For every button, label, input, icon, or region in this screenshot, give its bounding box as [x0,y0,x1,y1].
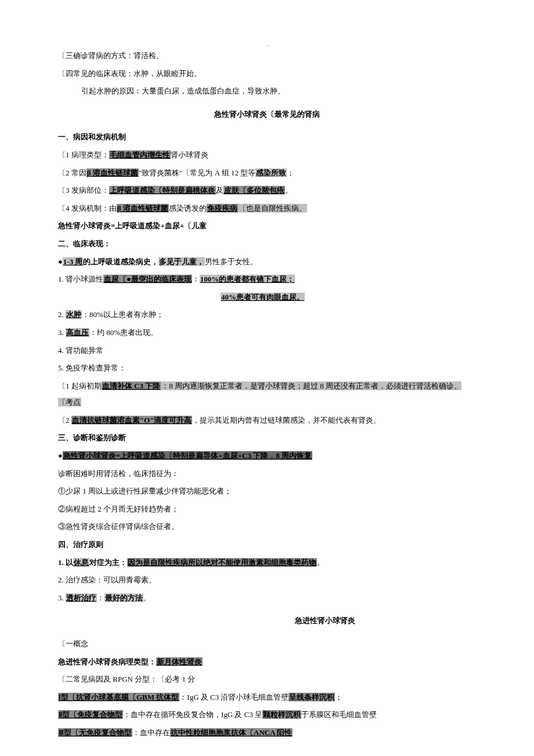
hl-gross-hematuria: 40%患者可有肉眼血尿。 [221,293,305,301]
para-edema-cause: 引起水肿的原因：大量蛋白尿，造成低蛋白血症，导致水肿。 [58,82,476,100]
s2-item-aso: 〔2 血清抗链球菌溶血素"O"滴度可升高，提示其近期内曾有过链球菌感染，并不能代… [58,412,476,430]
s3-ind-2: ②病程超过 2 个月而无好转趋势者； [58,501,476,519]
s3-ind-3: ③急性肾炎综合征伴肾病综合征者。 [58,518,476,536]
text: 〔2 常因 [58,168,86,177]
rpgn-type-1: Ⅰ型〔抗肾小球基底膜〔GBM 抗体型：IgG 及 C3 沿肾小球毛细血管壁呈线条… [58,689,476,707]
hl-resp-inf: 上呼吸道感染〔特别是扁桃体炎 [109,186,216,195]
text: ：血中存在循环免疫复合物，IgG 及 C3 呈 [123,710,262,719]
s4-item-rest: 1. 以休息对症为主：因为是自限性疾病所以绝对不能使用激素和细胞毒类药物。 [58,554,476,572]
hl-infection: 感染所致 [255,168,287,177]
s3-equation: ●急性肾小球肾炎=上呼吸道感染〔特别是扁导体+血尿+C3 下降，8 周内恢复 [58,447,476,465]
text: 。 [317,558,324,567]
section-2-head: 二、临床表现： [58,235,476,253]
text: ：约 80%患者出现。 [89,328,158,337]
heading-rpgn: 急进性肾小球肾炎 [58,613,476,629]
bullet: ● [58,257,63,266]
text: 肾小球肾炎 [171,150,208,159]
text: 3. [58,593,66,602]
text: 3. [58,328,66,337]
s2-item-gross: 40%患者可有肉眼血尿。 [58,289,476,307]
para-clinical: 〔四常见的临床表现：水肿，从眼睑开始。 [58,65,476,83]
text: ：80%以上患者有水肿； [82,310,164,319]
text: 。 [285,186,293,195]
text: 〔2 [58,416,71,424]
text: ； [287,168,294,177]
hl-strep: β 溶血性链球菌 [86,168,139,177]
bullet: ● [58,451,63,460]
text: ，提示其近期内曾有过链球菌感染，并不能代表有肾炎。 [192,416,381,424]
text: ：IgG 及 C3 沿肾小球毛细血管壁 [179,693,288,701]
text: 1. 以 [58,558,73,567]
text: 1. 肾小球源性 [58,275,103,283]
hl-children: 多见于儿童， [158,257,205,266]
s2-item-history: ●1-3 周的上呼吸道感染病史，多见于儿童，男性多于女性。 [58,253,476,271]
hl-hematuria: 血尿〔●最突出的临床表现 [103,275,192,283]
s2-item-htn: 3. 高血压：约 80%患者出现。 [58,324,476,342]
text: "致肾炎菌株"〔常见为 A 组 12 型等 [139,168,255,177]
s1-equation: 急性肾小球肾炎=上呼吸道感染+血尿+〔儿童 [58,217,476,235]
rpgn-path: 急进性肾小球肾炎病理类型：新月体性肾炎 [58,653,476,671]
text: ： [192,275,200,283]
s2-item-hematuria: 1. 肾小球源性血尿〔●最突出的临床表现：100%的患者都有镜下血尿； [58,271,476,289]
text: ； [335,693,342,701]
section-3-head: 三、诊断和鉴别诊断 [58,429,476,447]
text: 〔1 起病初期 [58,381,102,390]
rpgn-type-3: Ⅲ型〔无免疫复合物型：血中存在抗中性粒细胞胞浆抗体〔ANCA 阳性 [58,724,476,742]
hl-type2: Ⅱ型〔免疫复合物型 [58,710,123,719]
text: 〔4 发病机制：由 [58,204,117,213]
text: 急进性肾小球肾炎病理类型： [58,657,156,666]
s1-item-3: 〔3 发病部位：上呼吸道感染〔特别是扁桃体炎及皮肤〔多位脓包疮。 [58,182,476,200]
s2-item-immuno: 5. 免疫学检查异常： [58,359,476,377]
hl-type1: Ⅰ型〔抗肾小球基底膜〔GBM 抗体型 [58,693,179,701]
s4-item-inf: 2. 治疗感染：可以用青霉素。 [58,571,476,589]
s1-item-1: 〔1 病理类型：毛细血管内增生性肾小球肾炎 [58,146,476,164]
hl-self-lim: 〔也是自限性疾病。 [238,204,307,213]
text: 〔1 病理类型： [58,150,109,159]
hl-crescent: 新月体性肾炎 [156,657,203,666]
hl-weeks: 1-3 周 [63,257,84,266]
text: 及 [216,186,223,195]
hl-pathology: 毛细血管内增生性 [109,150,171,159]
heading-acute-gn: 急性肾小球肾炎〔最常见的肾病 [58,106,476,123]
bottom-marker: . [58,754,476,756]
hl-strep2: β 溶血性链球菌 [117,204,169,213]
hl-edema: 水肿 [66,310,82,319]
hl-skin: 皮肤〔多位脓包疮 [223,186,285,195]
hl-rest: 休息 [73,558,89,567]
text: 于系膜区和毛细血管壁 [301,710,377,719]
hl-micro: 100%的患者都有镜下血尿； [200,275,295,283]
text: 的上呼吸道感染病史， [83,257,158,266]
s4-item-dialysis: 3. 透析治疗：最好的方法。 [58,589,476,607]
hl-granular: 颗粒样沉积 [262,710,301,719]
hl-anca: 抗中性粒细胞胞浆抗体〔ANCA 阳性 [170,728,293,737]
concept-head: 〔一概念 [58,635,476,653]
s2-item-c3: 〔1 起病初期血清补体 C3 下降：8 周内逐渐恢复正常者，是肾小球肾炎；超过 … [58,377,476,412]
hl-diag-eq: 急性肾小球肾炎=上呼吸道感染〔特别是扁导体+血尿+C3 下降，8 周内恢复 [63,451,312,460]
s1-item-2: 〔2 常因β 溶血性链球菌"致肾炎菌株"〔常见为 A 组 12 型等感染所致； [58,164,476,182]
hl-no-steroid: 因为是自限性疾病所以绝对不能使用激素和细胞毒类药物 [127,558,317,567]
hl-htn: 高血压 [66,328,89,337]
hl-c3-drop: 血清补体 C3 下降 [102,381,161,390]
s2-item-renal: 4. 肾功能异常 [58,342,476,360]
text: ：血中存在 [132,728,170,737]
text: 男性多于女性。 [205,257,258,266]
s1-item-4: 〔4 发病机制：由β 溶血性链球菌感染诱发的免疫疾病〔也是自限性疾病。 [58,200,476,218]
hl-best: 最好的方法 [104,593,143,602]
s2-item-edema: 2. 水肿：80%以上患者有水肿； [58,306,476,324]
text: 2. [58,310,66,319]
hl-type3: Ⅲ型〔无免疫复合物型 [58,728,132,737]
para-diag-method: 〔三确诊肾病的方式：肾活检。 [58,47,476,65]
text: 。 [143,593,151,602]
section-1-head: 一、病因和发病机制 [58,128,476,146]
hl-dialysis: 透析治疗 [66,593,97,602]
rpgn-types-head: 〔二常见病因及 RPGN 分型：〔必考 1 分 [58,671,476,689]
hl-aso: 血清抗链球菌溶血素"O"滴度可升高 [71,416,193,424]
rpgn-type-2: Ⅱ型〔免疫复合物型：血中存在循环免疫复合物，IgG 及 C3 呈颗粒样沉积于系膜… [58,706,476,724]
section-4-head: 四、治疗原则 [58,536,476,554]
hl-linear: 呈线条样沉积 [288,693,335,701]
top-marker: . [58,41,476,47]
hl-immune: 免疫疾病 [207,204,238,213]
text: ： [97,593,104,602]
text: 对症为主： [89,558,127,567]
s3-ind-1: ①少尿 1 周以上或进行性尿量减少伴肾功能恶化者； [58,483,476,501]
